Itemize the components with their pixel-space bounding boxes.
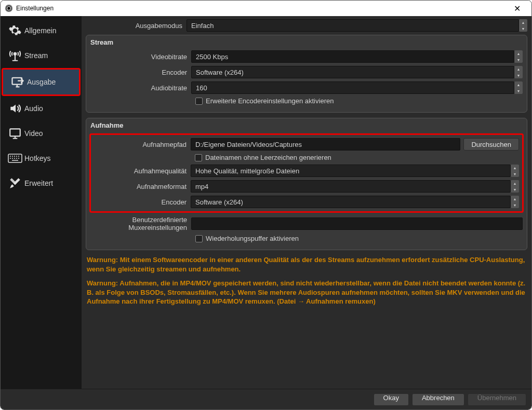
replay-buffer-checkbox-label: Wiederholungspuffer aktivieren	[206, 235, 299, 242]
gear-icon	[6, 24, 24, 37]
nospace-checkbox[interactable]	[195, 154, 202, 161]
ok-button[interactable]: Okay	[374, 393, 409, 406]
speaker-icon	[6, 102, 24, 115]
app-icon	[5, 4, 13, 12]
select-arrows[interactable]: ▲▼	[519, 19, 527, 32]
spinner-buttons[interactable]: ▲▼	[514, 50, 523, 63]
sidebar-item-label: Erweitert	[24, 179, 53, 187]
recording-group: Aufnahme Aufnahmepfad D:/Eigene Dateien/…	[86, 118, 527, 250]
keyboard-icon	[6, 153, 24, 163]
output-mode-label: Ausgabemodus	[86, 22, 187, 30]
sidebar-item-general[interactable]: Allgemein	[1, 18, 82, 43]
window-title: Einstellungen	[16, 5, 507, 12]
apply-button: Übernehmen	[468, 393, 526, 406]
nospace-checkbox-label: Dateinamen ohne Leerzeichen generieren	[205, 154, 331, 161]
recording-quality-label: Aufnahmequalität	[94, 167, 191, 175]
close-button[interactable]: ✕	[507, 4, 527, 13]
sidebar-item-label: Video	[24, 129, 43, 138]
sidebar-item-output[interactable]: Ausgabe	[3, 70, 79, 94]
audio-bitrate-label: Audiobitrate	[90, 84, 191, 92]
sidebar-item-label: Audio	[24, 104, 43, 113]
warning-cpu: Warnung: Mit einem Softwareencoder in ei…	[86, 255, 527, 274]
sidebar-item-label: Allgemein	[24, 26, 56, 35]
stream-group: Stream Videobitrate 2500 Kbps ▲▼ Encoder…	[86, 35, 527, 113]
select-arrows[interactable]: ▲▼	[511, 180, 519, 193]
stream-encoder-select[interactable]: Software (x264)	[191, 66, 514, 78]
cancel-button[interactable]: Abbrechen	[412, 393, 464, 406]
muxer-label: Benutzerdefinierte Muxereinstellungen	[90, 216, 191, 231]
advanced-encoder-checkbox-label: Erweiterte Encodereinstellungen aktivier…	[206, 97, 334, 105]
output-mode-select[interactable]: Einfach	[187, 19, 519, 32]
select-arrows[interactable]: ▲▼	[514, 66, 523, 78]
select-arrows[interactable]: ▲▼	[514, 81, 523, 94]
svg-rect-5	[10, 129, 20, 136]
recording-format-select[interactable]: mp4	[191, 180, 511, 193]
recording-quality-select[interactable]: Hohe Qualität, mittelgroße Dateien	[191, 165, 511, 177]
browse-button[interactable]: Durchsuchen	[463, 138, 519, 151]
recording-format-label: Aufnahmeformat	[94, 183, 191, 190]
recording-path-input[interactable]: D:/Eigene Dateien/Videos/Captures	[191, 138, 460, 151]
sidebar-item-label: Hotkeys	[24, 154, 51, 162]
sidebar-item-audio[interactable]: Audio	[1, 96, 82, 121]
replay-buffer-checkbox[interactable]	[195, 235, 203, 242]
output-icon	[8, 75, 27, 89]
monitor-icon	[6, 127, 24, 140]
recording-path-label: Aufnahmepfad	[94, 141, 191, 148]
select-arrows[interactable]: ▲▼	[511, 196, 519, 208]
tools-icon	[6, 176, 24, 190]
select-arrows[interactable]: ▲▼	[511, 165, 519, 177]
titlebar: Einstellungen ✕	[1, 1, 531, 16]
recording-encoder-select[interactable]: Software (x264)	[191, 196, 511, 208]
svg-point-0	[5, 5, 12, 12]
warning-mp4: Warnung: Aufnahmen, die in MP4/MOV gespe…	[86, 279, 527, 306]
highlight-box-recording: Aufnahmepfad D:/Eigene Dateien/Videos/Ca…	[89, 133, 524, 213]
video-bitrate-label: Videobitrate	[90, 53, 191, 61]
sidebar: Allgemein Stream Ausgabe	[1, 16, 82, 389]
highlight-box-sidebar: Ausgabe	[2, 68, 81, 96]
stream-group-title: Stream	[90, 38, 523, 46]
video-bitrate-input[interactable]: 2500 Kbps	[191, 50, 514, 63]
stream-encoder-label: Encoder	[90, 69, 191, 76]
sidebar-item-stream[interactable]: Stream	[1, 43, 82, 68]
sidebar-item-advanced[interactable]: Erweitert	[1, 171, 82, 196]
audio-bitrate-select[interactable]: 160	[191, 81, 514, 94]
advanced-encoder-checkbox[interactable]	[195, 98, 203, 105]
recording-encoder-label: Encoder	[94, 198, 191, 206]
sidebar-item-label: Ausgabe	[27, 78, 56, 86]
antenna-icon	[6, 49, 24, 62]
recording-group-title: Aufnahme	[90, 121, 523, 129]
main-panel: Ausgabemodus Einfach ▲▼ Stream Videobitr…	[82, 16, 531, 389]
sidebar-item-hotkeys[interactable]: Hotkeys	[1, 146, 82, 171]
footer: Okay Abbrechen Übernehmen	[1, 389, 531, 409]
muxer-input[interactable]	[191, 217, 523, 230]
sidebar-item-label: Stream	[24, 51, 48, 60]
sidebar-item-video[interactable]: Video	[1, 121, 82, 146]
